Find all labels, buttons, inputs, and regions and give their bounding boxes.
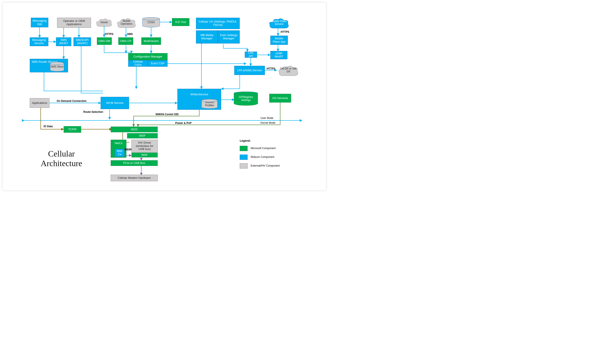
box-wcm: WCM Service xyxy=(101,97,129,109)
box-os-services: OS Services xyxy=(269,94,291,103)
box-pcie: PCIe or USB Bus xyxy=(111,160,158,166)
legend-title: Legend: xyxy=(240,139,251,142)
db-wwan-profiles: WWAN Profiles xyxy=(201,99,218,109)
label: Messaging Service xyxy=(31,39,47,45)
label: OMA-DM xyxy=(99,40,110,43)
lbl-route-sel: Route Selection xyxy=(83,110,101,113)
cloud-mps: Mobile Plans Service xyxy=(268,17,290,28)
cloud-mobile-operators: Mobile Operators xyxy=(116,17,137,28)
label: MultiVariant xyxy=(144,40,158,43)
label: TCPIP xyxy=(68,128,76,131)
db-cosa: COSA xyxy=(142,17,160,27)
label: OMA-CP xyxy=(120,40,132,43)
label: MBAEAPI (WinRT) xyxy=(75,39,90,45)
label: IHV Driver (wmbclass for USB bus) xyxy=(133,141,157,151)
label: Cellular UX (Settings, PNIDUI, FlyOut) xyxy=(197,20,239,27)
title-l2: Architecture xyxy=(33,159,90,168)
label: Operator or OEM Applications xyxy=(58,19,90,26)
label: Messaging App xyxy=(32,19,47,26)
label: WDF xyxy=(141,154,148,157)
box-messaging-app: Messaging App xyxy=(31,18,48,27)
label: Configuration Manager xyxy=(133,55,162,58)
label: Applications xyxy=(32,101,47,105)
box-lpa-service: LPA (eSIM) Service xyxy=(234,66,265,75)
lbl-power-pnp: Power & PnP xyxy=(175,121,191,125)
box-esim-settings: Esim Settings Manager xyxy=(218,30,240,43)
title-l1: Cellular xyxy=(33,149,90,159)
label: Esim Settings Manager xyxy=(219,34,239,40)
label: PCIe or USB Bus xyxy=(123,162,145,165)
label: SMS Store xyxy=(51,65,63,68)
box-mb-media: MB Media Manager xyxy=(196,30,218,43)
label: OS Services xyxy=(272,97,288,100)
cloud-smdp: SM-DP or SM-DS xyxy=(278,65,299,76)
box-wdf1: WDF xyxy=(127,133,158,138)
label: Cellular Modem Hardware xyxy=(118,177,151,180)
label: MB Media Manager xyxy=(197,34,217,40)
label: WWAN Profiles xyxy=(202,101,217,107)
box-oem-apps: Operator or OEM Applications xyxy=(57,18,91,28)
label: NetCx xyxy=(115,142,123,145)
legend-swatch-mobcon xyxy=(240,154,248,160)
lbl-sms-operators: SMS xyxy=(127,32,133,36)
label: Euicc CSP xyxy=(151,62,165,65)
legend-ms: Microsoft Component xyxy=(251,147,276,150)
box-oma-dm: OMA-DM xyxy=(97,37,112,45)
label: Mobile Operators xyxy=(116,20,137,25)
box-icd-tool: ICD Tool xyxy=(172,18,189,26)
box-mobile-plans-app: Mobile Plans App xyxy=(270,36,288,45)
label: Mbb Cx xyxy=(116,150,123,156)
diagram-title: Cellular Architecture xyxy=(33,149,90,168)
legend-swatch-ms xyxy=(240,146,248,151)
box-cellular-ux: Cellular UX (Settings, PNIDUI, FlyOut) xyxy=(196,18,240,29)
box-multivariant: MultiVariant xyxy=(141,37,161,45)
box-ndis: NDIS xyxy=(111,127,158,132)
box-euicc-csp: Euicc CSP xyxy=(148,60,167,67)
box-messaging-service: Messaging Service xyxy=(30,37,48,46)
box-tcpip: TCPIP xyxy=(64,126,81,133)
label: Cellular CSPs xyxy=(129,60,147,67)
label: Intune xyxy=(99,21,109,24)
label: ICD Tool xyxy=(175,21,186,24)
label: WCM Service xyxy=(106,101,123,105)
box-wdf2: WDF xyxy=(132,153,158,157)
box-lpa-api: LPA API xyxy=(245,52,257,58)
box-cellular-csps: Cellular CSPs xyxy=(128,60,148,67)
label: LPA (eSIM) Service xyxy=(237,69,262,72)
box-applications: Applications xyxy=(30,98,50,108)
box-mbbcx: Mbb Cx xyxy=(115,149,125,157)
label: GP/Registry Settings xyxy=(234,96,258,102)
lbl-kernel-mode: Kernel Mode xyxy=(260,121,275,124)
lbl-https-lpa: HTTPS xyxy=(267,67,275,70)
label: NDIS xyxy=(131,128,138,131)
lbl-wwan-oid: WWAN Contol OID xyxy=(156,113,178,116)
box-mbaeapi: MBAEAPI (WinRT) xyxy=(74,37,91,46)
label: Mobile Plans Service xyxy=(268,20,290,25)
label: WWanService xyxy=(190,93,208,96)
label: LPA API xyxy=(246,51,256,58)
box-esim-winrt: eSIM WinRT xyxy=(270,51,287,59)
box-modem-hw: Cellular Modem Hardware xyxy=(111,175,158,181)
lbl-io-data: IO Data xyxy=(43,125,53,128)
cloud-intune: Intune xyxy=(95,18,113,27)
label: WDF xyxy=(139,134,146,138)
lbl-https-intune: HTTPS xyxy=(105,32,113,36)
label: COSA xyxy=(147,21,155,24)
legend-mobcon: Mobcon Component xyxy=(251,155,274,159)
box-sms-winrt: SMS WInRT xyxy=(56,37,71,46)
label: SM-DP or SM-DS xyxy=(278,67,299,73)
lbl-mbim: MBIM xyxy=(125,148,132,151)
db-gp-registry: GP/Registry Settings xyxy=(234,92,258,105)
box-oma-cp: OMA-CP xyxy=(118,37,133,45)
label: SMS WInRT xyxy=(57,39,70,45)
box-config-mgr: Configuration Manager xyxy=(128,53,167,60)
lbl-https-mps: HTTPS xyxy=(281,30,289,33)
box-ihv-driver: IHV Driver (wmbclass for USB bus) xyxy=(132,140,158,152)
label: eSIM WinRT xyxy=(271,52,286,58)
lbl-user-mode: User Mode xyxy=(260,117,274,120)
legend-ext: External/IHV Component xyxy=(251,164,280,167)
legend-swatch-ext xyxy=(240,163,248,169)
lbl-on-demand: On Demand Connection xyxy=(57,99,87,103)
db-sms-store: SMS Store xyxy=(50,62,64,72)
label: Mobile Plans App xyxy=(271,37,287,43)
